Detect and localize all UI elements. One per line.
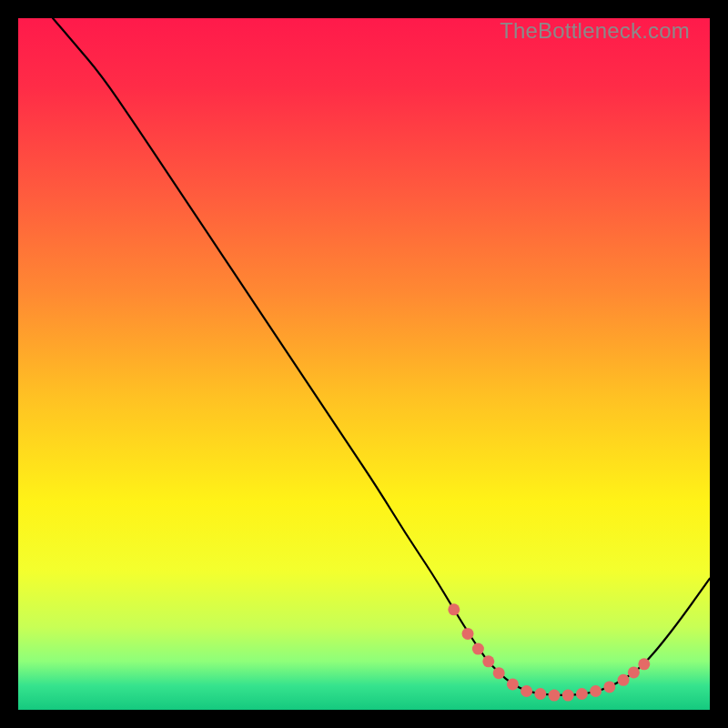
marker-dot <box>590 685 602 697</box>
marker-dot <box>618 674 630 686</box>
bottleneck-chart <box>18 18 710 710</box>
marker-dot <box>493 667 505 679</box>
marker-dot <box>603 681 615 693</box>
marker-dot <box>482 655 494 667</box>
watermark-text: TheBottleneck.com <box>500 18 690 44</box>
marker-dot <box>507 678 519 690</box>
marker-dot <box>534 688 546 700</box>
marker-dot <box>472 643 484 655</box>
marker-dot <box>448 603 460 615</box>
marker-dot <box>576 688 588 700</box>
marker-dot <box>562 690 574 702</box>
gradient-background <box>18 18 710 710</box>
chart-frame: TheBottleneck.com <box>18 18 710 710</box>
marker-dot <box>462 628 474 640</box>
marker-dot <box>549 690 561 702</box>
marker-dot <box>521 685 532 697</box>
marker-dot <box>628 666 640 678</box>
marker-dot <box>638 658 650 670</box>
